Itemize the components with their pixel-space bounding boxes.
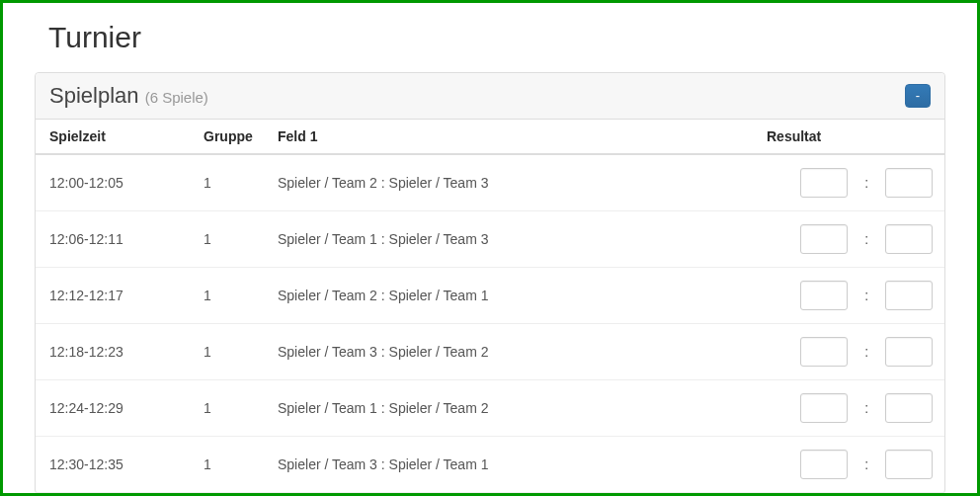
score-b-input[interactable] <box>885 337 933 367</box>
score-a-input[interactable] <box>800 450 848 479</box>
cell-group: 1 <box>194 154 268 211</box>
score-colon: : <box>852 175 881 191</box>
cell-time: 12:30-12:35 <box>36 437 194 493</box>
schedule-panel: Spielplan (6 Spiele) - Spielzeit Gruppe … <box>35 72 945 494</box>
cell-result: : <box>757 380 944 437</box>
table-row: 12:12-12:17 1 Spieler / Team 2 : Spieler… <box>36 268 944 324</box>
score-a-input[interactable] <box>800 168 848 198</box>
panel-title: Spielplan (6 Spiele) <box>49 83 208 109</box>
header-time: Spielzeit <box>36 120 194 154</box>
schedule-table: Spielzeit Gruppe Feld 1 Resultat 12:00-1… <box>36 120 944 493</box>
cell-time: 12:12-12:17 <box>36 268 194 324</box>
cell-time: 12:06-12:11 <box>36 211 194 268</box>
score-a-input[interactable] <box>800 281 848 310</box>
score-colon: : <box>852 231 881 247</box>
score-b-input[interactable] <box>885 450 933 479</box>
panel-heading: Spielplan (6 Spiele) - <box>36 73 944 120</box>
collapse-button[interactable]: - <box>905 84 931 108</box>
score-b-input[interactable] <box>885 168 933 198</box>
cell-time: 12:18-12:23 <box>36 324 194 380</box>
table-row: 12:24-12:29 1 Spieler / Team 1 : Spieler… <box>36 380 944 437</box>
panel-title-text: Spielplan <box>49 83 139 108</box>
score-colon: : <box>852 456 881 472</box>
cell-result: : <box>757 211 944 268</box>
score-colon: : <box>852 400 881 416</box>
table-row: 12:18-12:23 1 Spieler / Team 3 : Spieler… <box>36 324 944 380</box>
cell-match: Spieler / Team 2 : Spieler / Team 1 <box>268 268 757 324</box>
cell-match: Spieler / Team 2 : Spieler / Team 3 <box>268 154 757 211</box>
score-a-input[interactable] <box>800 224 848 254</box>
table-row: 12:06-12:11 1 Spieler / Team 1 : Spieler… <box>36 211 944 268</box>
cell-match: Spieler / Team 3 : Spieler / Team 2 <box>268 324 757 380</box>
table-header-row: Spielzeit Gruppe Feld 1 Resultat <box>36 120 944 154</box>
panel-count: (6 Spiele) <box>145 89 208 106</box>
score-b-input[interactable] <box>885 224 933 254</box>
table-row: 12:00-12:05 1 Spieler / Team 2 : Spieler… <box>36 154 944 211</box>
score-a-input[interactable] <box>800 393 848 423</box>
cell-group: 1 <box>194 437 268 493</box>
cell-match: Spieler / Team 3 : Spieler / Team 1 <box>268 437 757 493</box>
page-title: Turnier <box>48 21 947 54</box>
table-row: 12:30-12:35 1 Spieler / Team 3 : Spieler… <box>36 437 944 493</box>
score-colon: : <box>852 344 881 360</box>
score-b-input[interactable] <box>885 393 933 423</box>
score-b-input[interactable] <box>885 281 933 310</box>
cell-result: : <box>757 324 944 380</box>
cell-group: 1 <box>194 211 268 268</box>
header-field: Feld 1 <box>268 120 757 154</box>
cell-group: 1 <box>194 268 268 324</box>
cell-group: 1 <box>194 380 268 437</box>
cell-match: Spieler / Team 1 : Spieler / Team 2 <box>268 380 757 437</box>
cell-result: : <box>757 268 944 324</box>
header-result: Resultat <box>757 120 944 154</box>
score-a-input[interactable] <box>800 337 848 367</box>
cell-match: Spieler / Team 1 : Spieler / Team 3 <box>268 211 757 268</box>
cell-time: 12:24-12:29 <box>36 380 194 437</box>
cell-result: : <box>757 154 944 211</box>
cell-group: 1 <box>194 324 268 380</box>
score-colon: : <box>852 288 881 303</box>
cell-result: : <box>757 437 944 493</box>
cell-time: 12:00-12:05 <box>36 154 194 211</box>
header-group: Gruppe <box>194 120 268 154</box>
